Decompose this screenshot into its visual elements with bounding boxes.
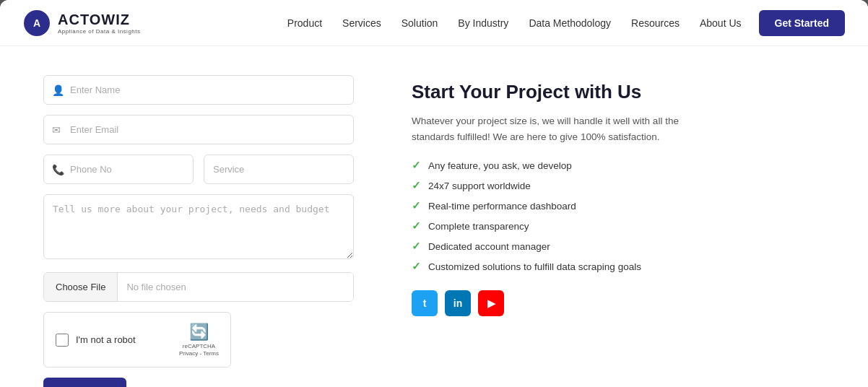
social-links: t in ▶ xyxy=(412,290,825,316)
feature-label-1: 24x7 support worldwide xyxy=(428,181,531,191)
message-textarea[interactable] xyxy=(43,194,354,259)
check-icon-1: ✓ xyxy=(412,179,421,192)
service-input[interactable] xyxy=(204,155,354,184)
feature-item-3: ✓ Complete transparency xyxy=(412,219,825,232)
name-field-wrapper: 👤 xyxy=(43,75,354,105)
check-icon-3: ✓ xyxy=(412,219,421,232)
submit-button[interactable]: Submit xyxy=(43,378,126,387)
info-title: Start Your Project with Us xyxy=(412,81,825,103)
nav-item-product[interactable]: Product xyxy=(287,17,322,30)
captcha-label: I'm not a robot xyxy=(76,334,172,345)
message-field-wrapper xyxy=(43,194,354,262)
service-field-wrapper xyxy=(204,155,354,184)
recaptcha-logo: 🔄 reCAPTCHAPrivacy - Terms xyxy=(179,323,219,357)
choose-file-button[interactable]: Choose File xyxy=(44,273,118,301)
feature-label-5: Customized solutions to fulfill data scr… xyxy=(428,261,641,272)
svg-text:A: A xyxy=(33,17,40,29)
nav-item-services[interactable]: Services xyxy=(342,17,381,30)
captcha-wrapper: I'm not a robot 🔄 reCAPTCHAPrivacy - Ter… xyxy=(43,312,231,368)
feature-item-5: ✓ Customized solutions to fulfill data s… xyxy=(412,260,825,273)
file-name-display: No file chosen xyxy=(118,273,353,301)
person-icon: 👤 xyxy=(52,84,64,96)
feature-item-0: ✓ Any feature, you ask, we develop xyxy=(412,159,825,172)
check-icon-4: ✓ xyxy=(412,240,421,253)
nav-item-data-methodology[interactable]: Data Methodology xyxy=(529,17,611,30)
phone-service-row: 📞 xyxy=(43,155,354,184)
brand-tagline: Appliance of Data & Insights xyxy=(58,28,141,35)
check-icon-5: ✓ xyxy=(412,260,421,273)
youtube-icon: ▶ xyxy=(487,297,495,309)
recaptcha-icon: 🔄 xyxy=(189,323,209,342)
twitter-button[interactable]: t xyxy=(412,290,438,316)
logo: A ACTOWIZ Appliance of Data & Insights xyxy=(23,9,141,37)
feature-item-4: ✓ Dedicated account manager xyxy=(412,240,825,253)
nav-item-resources[interactable]: Resources xyxy=(631,17,680,30)
phone-input[interactable] xyxy=(43,155,194,184)
logo-text: ACTOWIZ Appliance of Data & Insights xyxy=(58,12,141,35)
get-started-button[interactable]: Get Started xyxy=(759,10,845,36)
phone-icon: 📞 xyxy=(52,164,64,175)
nav-item-about-us[interactable]: About Us xyxy=(700,17,742,30)
logo-icon: A xyxy=(23,9,51,37)
captcha-checkbox[interactable] xyxy=(56,334,69,347)
name-input[interactable] xyxy=(43,75,354,105)
info-description: Whatever your project size is, we will h… xyxy=(412,113,700,144)
email-icon: ✉ xyxy=(52,124,61,136)
nav-links: Product Services Solution By Industry Da… xyxy=(287,17,742,30)
app-window: A ACTOWIZ Appliance of Data & Insights P… xyxy=(0,0,868,387)
feature-label-4: Dedicated account manager xyxy=(428,241,550,252)
feature-label-3: Complete transparency xyxy=(428,221,529,232)
navbar: A ACTOWIZ Appliance of Data & Insights P… xyxy=(0,0,868,46)
main-content: 👤 ✉ 📞 xyxy=(0,46,868,387)
nav-item-solution[interactable]: Solution xyxy=(402,17,438,30)
email-input[interactable] xyxy=(43,115,354,144)
feature-list: ✓ Any feature, you ask, we develop ✓ 24x… xyxy=(412,159,825,273)
twitter-icon: t xyxy=(423,297,427,309)
phone-field-wrapper: 📞 xyxy=(43,155,194,184)
check-icon-0: ✓ xyxy=(412,159,421,172)
feature-item-1: ✓ 24x7 support worldwide xyxy=(412,179,825,192)
feature-label-0: Any feature, you ask, we develop xyxy=(428,160,572,171)
brand-name: ACTOWIZ xyxy=(58,12,141,28)
nav-item-by-industry[interactable]: By Industry xyxy=(458,17,508,30)
contact-form: 👤 ✉ 📞 xyxy=(43,75,354,387)
feature-label-2: Real-time performance dashboard xyxy=(428,201,576,212)
file-upload-wrapper: Choose File No file chosen xyxy=(43,272,354,302)
linkedin-icon: in xyxy=(453,297,462,309)
feature-item-2: ✓ Real-time performance dashboard xyxy=(412,199,825,212)
recaptcha-badge: reCAPTCHAPrivacy - Terms xyxy=(179,343,219,357)
linkedin-button[interactable]: in xyxy=(445,290,471,316)
email-field-wrapper: ✉ xyxy=(43,115,354,144)
youtube-button[interactable]: ▶ xyxy=(478,290,504,316)
info-section: Start Your Project with Us Whatever your… xyxy=(412,75,825,316)
check-icon-2: ✓ xyxy=(412,199,421,212)
